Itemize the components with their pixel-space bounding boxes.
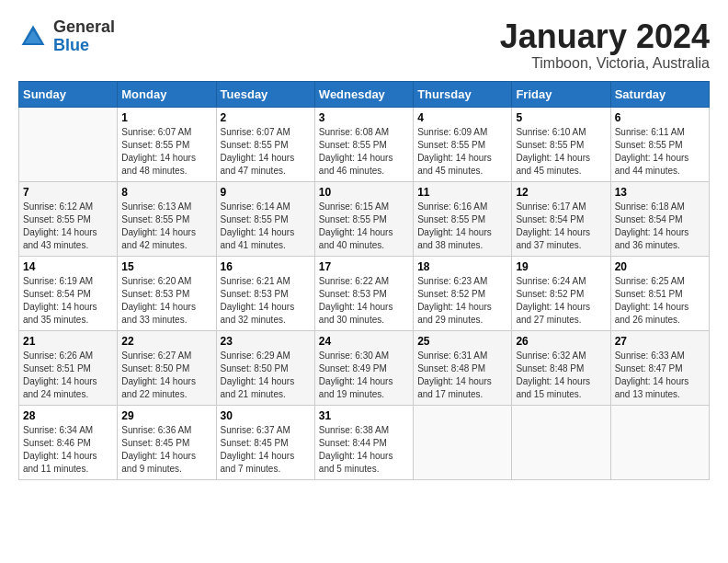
day-info: Sunrise: 6:10 AMSunset: 8:55 PMDaylight:… — [516, 126, 606, 178]
day-info: Sunrise: 6:29 AMSunset: 8:50 PMDaylight:… — [221, 350, 311, 401]
day-info: Sunrise: 6:31 AMSunset: 8:48 PMDaylight:… — [417, 350, 507, 401]
day-info: Sunrise: 6:09 AMSunset: 8:55 PMDaylight:… — [417, 126, 507, 178]
day-info: Sunrise: 6:19 AMSunset: 8:54 PMDaylight:… — [23, 275, 113, 327]
day-info: Sunrise: 6:33 AMSunset: 8:47 PMDaylight:… — [615, 350, 705, 401]
calendar-cell: 4 Sunrise: 6:09 AMSunset: 8:55 PMDayligh… — [414, 107, 512, 181]
day-number: 24 — [319, 335, 409, 348]
day-info: Sunrise: 6:26 AMSunset: 8:51 PMDaylight:… — [23, 350, 113, 401]
calendar-cell: 1 Sunrise: 6:07 AMSunset: 8:55 PMDayligh… — [118, 107, 216, 181]
logo: General Blue — [18, 18, 115, 55]
day-info: Sunrise: 6:24 AMSunset: 8:52 PMDaylight:… — [516, 275, 606, 327]
calendar-cell: 28 Sunrise: 6:34 AMSunset: 8:46 PMDaylig… — [19, 405, 118, 479]
calendar-cell: 22 Sunrise: 6:27 AMSunset: 8:50 PMDaylig… — [118, 330, 216, 405]
day-number: 28 — [23, 409, 113, 422]
day-info: Sunrise: 6:17 AMSunset: 8:54 PMDaylight:… — [516, 201, 606, 252]
day-number: 2 — [221, 111, 311, 124]
day-info: Sunrise: 6:18 AMSunset: 8:54 PMDaylight:… — [615, 201, 705, 252]
day-number: 23 — [221, 335, 311, 348]
day-info: Sunrise: 6:08 AMSunset: 8:55 PMDaylight:… — [319, 126, 409, 178]
calendar-cell — [414, 405, 512, 479]
day-number: 8 — [121, 186, 211, 199]
calendar-week-5: 28 Sunrise: 6:34 AMSunset: 8:46 PMDaylig… — [19, 405, 710, 479]
header-day-sunday: Sunday — [19, 81, 118, 107]
calendar-cell: 24 Sunrise: 6:30 AMSunset: 8:49 PMDaylig… — [314, 330, 413, 405]
calendar-cell: 5 Sunrise: 6:10 AMSunset: 8:55 PMDayligh… — [512, 107, 610, 181]
calendar-cell: 25 Sunrise: 6:31 AMSunset: 8:48 PMDaylig… — [414, 330, 512, 405]
calendar-cell: 19 Sunrise: 6:24 AMSunset: 8:52 PMDaylig… — [512, 256, 610, 330]
logo-icon — [18, 22, 48, 52]
day-number: 3 — [319, 111, 409, 124]
calendar-cell: 7 Sunrise: 6:12 AMSunset: 8:55 PMDayligh… — [19, 181, 118, 256]
calendar-cell: 30 Sunrise: 6:37 AMSunset: 8:45 PMDaylig… — [216, 405, 314, 479]
day-number: 11 — [417, 186, 507, 199]
calendar-cell — [610, 405, 709, 479]
logo-blue-text: Blue — [53, 36, 89, 54]
day-info: Sunrise: 6:27 AMSunset: 8:50 PMDaylight:… — [121, 350, 211, 401]
calendar-cell: 14 Sunrise: 6:19 AMSunset: 8:54 PMDaylig… — [19, 256, 118, 330]
calendar-cell: 21 Sunrise: 6:26 AMSunset: 8:51 PMDaylig… — [19, 330, 118, 405]
day-number: 27 — [615, 335, 705, 348]
day-number: 21 — [23, 335, 113, 348]
header-day-friday: Friday — [512, 81, 610, 107]
day-number: 30 — [221, 409, 311, 422]
calendar-cell: 12 Sunrise: 6:17 AMSunset: 8:54 PMDaylig… — [512, 181, 610, 256]
day-number: 10 — [319, 186, 409, 199]
day-info: Sunrise: 6:15 AMSunset: 8:55 PMDaylight:… — [319, 201, 409, 252]
location: Timboon, Victoria, Australia — [500, 55, 710, 72]
calendar-cell: 16 Sunrise: 6:21 AMSunset: 8:53 PMDaylig… — [216, 256, 314, 330]
day-info: Sunrise: 6:16 AMSunset: 8:55 PMDaylight:… — [417, 201, 507, 252]
calendar-cell: 8 Sunrise: 6:13 AMSunset: 8:55 PMDayligh… — [118, 181, 216, 256]
header-day-thursday: Thursday — [414, 81, 512, 107]
day-number: 18 — [417, 260, 507, 273]
calendar-header-row: SundayMondayTuesdayWednesdayThursdayFrid… — [19, 81, 710, 107]
title-area: January 2024 Timboon, Victoria, Australi… — [500, 18, 710, 72]
calendar-cell: 26 Sunrise: 6:32 AMSunset: 8:48 PMDaylig… — [512, 330, 610, 405]
header: General Blue January 2024 Timboon, Victo… — [18, 18, 710, 72]
day-number: 20 — [615, 260, 705, 273]
day-info: Sunrise: 6:32 AMSunset: 8:48 PMDaylight:… — [516, 350, 606, 401]
day-info: Sunrise: 6:11 AMSunset: 8:55 PMDaylight:… — [615, 126, 705, 178]
header-day-monday: Monday — [118, 81, 216, 107]
day-info: Sunrise: 6:23 AMSunset: 8:52 PMDaylight:… — [417, 275, 507, 327]
day-number: 31 — [319, 409, 409, 422]
calendar-cell: 31 Sunrise: 6:38 AMSunset: 8:44 PMDaylig… — [314, 405, 413, 479]
day-info: Sunrise: 6:22 AMSunset: 8:53 PMDaylight:… — [319, 275, 409, 327]
calendar-cell: 18 Sunrise: 6:23 AMSunset: 8:52 PMDaylig… — [414, 256, 512, 330]
day-number: 29 — [121, 409, 211, 422]
day-number: 5 — [516, 111, 606, 124]
day-info: Sunrise: 6:07 AMSunset: 8:55 PMDaylight:… — [121, 126, 211, 178]
day-number: 22 — [121, 335, 211, 348]
day-info: Sunrise: 6:25 AMSunset: 8:51 PMDaylight:… — [615, 275, 705, 327]
day-info: Sunrise: 6:34 AMSunset: 8:46 PMDaylight:… — [23, 424, 113, 476]
day-number: 4 — [417, 111, 507, 124]
calendar-cell — [512, 405, 610, 479]
day-number: 14 — [23, 260, 113, 273]
calendar-cell: 3 Sunrise: 6:08 AMSunset: 8:55 PMDayligh… — [314, 107, 413, 181]
day-number: 9 — [221, 186, 311, 199]
day-info: Sunrise: 6:30 AMSunset: 8:49 PMDaylight:… — [319, 350, 409, 401]
day-number: 13 — [615, 186, 705, 199]
calendar-cell: 23 Sunrise: 6:29 AMSunset: 8:50 PMDaylig… — [216, 330, 314, 405]
day-number: 15 — [121, 260, 211, 273]
calendar-week-2: 7 Sunrise: 6:12 AMSunset: 8:55 PMDayligh… — [19, 181, 710, 256]
calendar-week-4: 21 Sunrise: 6:26 AMSunset: 8:51 PMDaylig… — [19, 330, 710, 405]
calendar-cell: 17 Sunrise: 6:22 AMSunset: 8:53 PMDaylig… — [314, 256, 413, 330]
day-info: Sunrise: 6:13 AMSunset: 8:55 PMDaylight:… — [121, 201, 211, 252]
calendar-week-1: 1 Sunrise: 6:07 AMSunset: 8:55 PMDayligh… — [19, 107, 710, 181]
calendar-cell — [19, 107, 118, 181]
calendar-cell: 20 Sunrise: 6:25 AMSunset: 8:51 PMDaylig… — [610, 256, 709, 330]
day-number: 1 — [121, 111, 211, 124]
calendar-cell: 15 Sunrise: 6:20 AMSunset: 8:53 PMDaylig… — [118, 256, 216, 330]
day-info: Sunrise: 6:21 AMSunset: 8:53 PMDaylight:… — [221, 275, 311, 327]
day-info: Sunrise: 6:38 AMSunset: 8:44 PMDaylight:… — [319, 424, 409, 476]
day-info: Sunrise: 6:20 AMSunset: 8:53 PMDaylight:… — [121, 275, 211, 327]
day-info: Sunrise: 6:37 AMSunset: 8:45 PMDaylight:… — [221, 424, 311, 476]
day-number: 6 — [615, 111, 705, 124]
calendar-cell: 13 Sunrise: 6:18 AMSunset: 8:54 PMDaylig… — [610, 181, 709, 256]
day-number: 19 — [516, 260, 606, 273]
day-number: 26 — [516, 335, 606, 348]
calendar-cell: 6 Sunrise: 6:11 AMSunset: 8:55 PMDayligh… — [610, 107, 709, 181]
calendar-cell: 29 Sunrise: 6:36 AMSunset: 8:45 PMDaylig… — [118, 405, 216, 479]
calendar-cell: 10 Sunrise: 6:15 AMSunset: 8:55 PMDaylig… — [314, 181, 413, 256]
day-info: Sunrise: 6:07 AMSunset: 8:55 PMDaylight:… — [221, 126, 311, 178]
